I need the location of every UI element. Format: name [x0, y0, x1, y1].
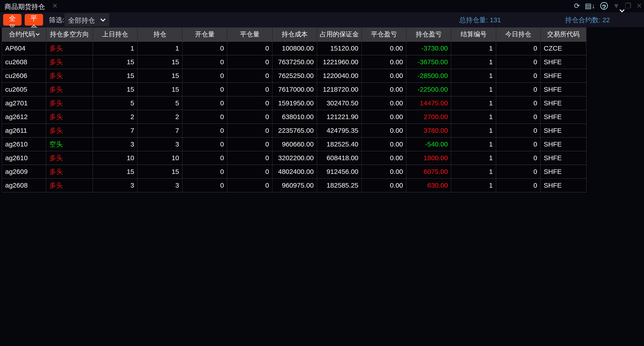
- chevron-down-icon[interactable]: [620, 8, 624, 12]
- table-row[interactable]: ag2701多头55001591950.00302470.500.0014475…: [2, 96, 586, 110]
- column-header-close_volume[interactable]: 平仓量: [227, 27, 272, 41]
- cell-margin: 182585.25: [317, 179, 362, 192]
- cell-cost: 960975.00: [272, 179, 317, 192]
- cell-direction: 多头: [46, 55, 93, 69]
- column-header-cost[interactable]: 持仓成本: [272, 27, 317, 41]
- cell-close_volume: 0: [227, 69, 272, 82]
- tab-close-icon[interactable]: ✕: [52, 2, 58, 10]
- cell-open_volume: 0: [182, 151, 227, 165]
- dropdown-triangle-icon[interactable]: ▼: [613, 1, 620, 10]
- cell-prev_position: 15: [93, 69, 138, 82]
- column-header-today_position[interactable]: 今日持仓: [496, 27, 540, 41]
- refresh-icon[interactable]: ⟳: [574, 1, 580, 10]
- cell-direction: 多头: [46, 42, 93, 55]
- cell-position: 3: [138, 179, 182, 192]
- column-header-exchange[interactable]: 交易所代码: [540, 27, 586, 41]
- cell-code: ag2612: [2, 110, 46, 124]
- table-row[interactable]: cu2605多头1515007617000.001218720.000.00-2…: [2, 83, 586, 96]
- cell-direction: 多头: [46, 83, 93, 96]
- cell-prev_position: 10: [93, 151, 138, 165]
- cell-position: 15: [138, 83, 182, 96]
- cell-settlement_id: 1: [451, 137, 496, 151]
- table-row[interactable]: ag2609多头1515004802400.00912456.000.00607…: [2, 165, 586, 179]
- table-body: AP604多头1100100800.0015120.000.00-3730.00…: [2, 42, 586, 192]
- cell-margin: 15120.00: [317, 42, 362, 55]
- table-header-row: 合约代码持仓多空方向上日持仓持仓开仓量平仓量持仓成本占用的保证金平仓盈亏持仓盈亏…: [2, 27, 586, 42]
- contract-count-label: 持仓合约数:: [565, 16, 600, 24]
- column-header-direction[interactable]: 持仓多空方向: [46, 27, 93, 41]
- column-header-label: 合约代码: [9, 30, 35, 39]
- cell-code: ag2701: [2, 96, 46, 110]
- column-header-margin[interactable]: 占用的保证金: [317, 27, 362, 41]
- restore-window-icon[interactable]: ❐: [625, 1, 632, 10]
- cell-close_pnl: 0.00: [362, 55, 406, 69]
- table-row[interactable]: ag2608多头3300960975.00182585.250.00630.00…: [2, 179, 586, 192]
- cell-close_volume: 0: [227, 96, 272, 110]
- cell-close_pnl: 0.00: [362, 137, 406, 151]
- cell-cost: 3202200.00: [272, 151, 317, 165]
- cell-settlement_id: 1: [451, 124, 496, 137]
- cell-prev_position: 2: [93, 110, 138, 124]
- table-row[interactable]: ag2610空头3300960660.00182525.400.00-540.0…: [2, 137, 586, 151]
- cell-open_volume: 0: [182, 96, 227, 110]
- column-header-code[interactable]: 合约代码: [2, 27, 46, 41]
- cell-direction: 空头: [46, 137, 93, 151]
- column-header-label: 持仓多空方向: [50, 30, 89, 39]
- cell-prev_position: 15: [93, 165, 138, 179]
- titlebar-icon-group: ⟳▤↓?▼❐✕: [574, 1, 642, 10]
- cell-cost: 7617000.00: [272, 83, 317, 96]
- help-icon[interactable]: ?: [600, 2, 608, 10]
- cell-position_pnl: 3780.00: [406, 124, 451, 137]
- cell-settlement_id: 1: [451, 83, 496, 96]
- table-row[interactable]: cu2608多头1515007637250.001221960.000.00-3…: [2, 55, 586, 69]
- cell-open_volume: 0: [182, 179, 227, 192]
- column-header-position[interactable]: 持仓: [138, 27, 182, 41]
- column-header-prev_position[interactable]: 上日持仓: [93, 27, 138, 41]
- filter-select[interactable]: 全部持仓: [64, 13, 109, 26]
- export-settings-icon[interactable]: ▤↓: [585, 1, 595, 10]
- column-header-open_volume[interactable]: 开仓量: [182, 27, 227, 41]
- cell-direction: 多头: [46, 151, 93, 165]
- cell-exchange: CZCE: [540, 42, 586, 55]
- cell-position: 7: [138, 124, 182, 137]
- column-header-close_pnl[interactable]: 平仓盈亏: [362, 27, 406, 41]
- cell-code: cu2605: [2, 83, 46, 96]
- table-row[interactable]: ag2610多头1010003202200.00608418.000.00180…: [2, 151, 586, 165]
- cell-position_pnl: -36750.00: [406, 55, 451, 69]
- table-row[interactable]: cu2606多头1515007625250.001220040.000.00-2…: [2, 69, 586, 83]
- cell-cost: 1591950.00: [272, 96, 317, 110]
- cell-exchange: SHFE: [540, 55, 586, 69]
- table-row[interactable]: ag2611多头77002235765.00424795.350.003780.…: [2, 124, 586, 137]
- cell-code: ag2609: [2, 165, 46, 179]
- column-header-label: 平仓盈亏: [371, 30, 397, 39]
- cell-direction: 多头: [46, 110, 93, 124]
- cell-position_pnl: -3730.00: [406, 42, 451, 55]
- close-position-button[interactable]: 平仓: [25, 14, 43, 26]
- cell-position: 15: [138, 69, 182, 82]
- cell-close_volume: 0: [227, 55, 272, 69]
- cell-position_pnl: 2700.00: [406, 110, 451, 124]
- close-all-button[interactable]: 全平: [3, 14, 22, 26]
- cell-settlement_id: 1: [451, 69, 496, 82]
- column-header-label: 占用的保证金: [320, 30, 359, 39]
- cell-close_volume: 0: [227, 124, 272, 137]
- cell-position: 15: [138, 165, 182, 179]
- window-title: 商品期货持仓: [4, 2, 45, 12]
- cell-code: AP604: [2, 42, 46, 55]
- cell-cost: 7637250.00: [272, 55, 317, 69]
- cell-open_volume: 0: [182, 137, 227, 151]
- cell-exchange: SHFE: [540, 110, 586, 124]
- chevron-down-icon: [101, 17, 105, 21]
- table-row[interactable]: AP604多头1100100800.0015120.000.00-3730.00…: [2, 42, 586, 55]
- cell-close_pnl: 0.00: [362, 179, 406, 192]
- column-header-position_pnl[interactable]: 持仓盈亏: [406, 27, 451, 41]
- column-header-label: 结算编号: [461, 30, 487, 39]
- column-header-settlement_id[interactable]: 结算编号: [451, 27, 496, 41]
- table-row[interactable]: ag2612多头2200638010.00121221.900.002700.0…: [2, 110, 586, 124]
- close-window-icon[interactable]: ✕: [636, 1, 642, 10]
- cell-close_volume: 0: [227, 42, 272, 55]
- cell-code: ag2610: [2, 151, 46, 165]
- cell-position_pnl: 1800.00: [406, 151, 451, 165]
- cell-exchange: SHFE: [540, 179, 586, 192]
- cell-settlement_id: 1: [451, 151, 496, 165]
